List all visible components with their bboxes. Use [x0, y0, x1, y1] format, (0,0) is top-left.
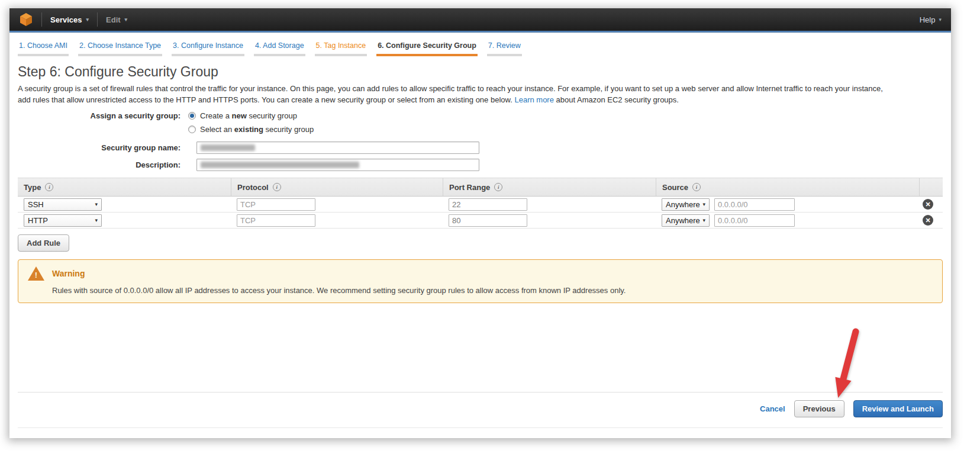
info-icon[interactable]: i [494, 183, 502, 191]
tab-review[interactable]: 7. Review [487, 37, 522, 56]
assign-security-group-label: Assign a security group: [18, 111, 188, 120]
nav-edit-menu[interactable]: Edit ▾ [106, 15, 127, 24]
cancel-link[interactable]: Cancel [760, 404, 785, 413]
chevron-down-icon: ▾ [125, 17, 128, 22]
column-header-port-range: Port Range i [443, 178, 656, 196]
info-icon[interactable]: i [273, 183, 281, 191]
security-group-form: Assign a security group: Create a new se… [18, 111, 943, 171]
learn-more-link[interactable]: Learn more [514, 95, 553, 104]
nav-divider [97, 12, 98, 27]
security-group-name-label: Security group name: [18, 143, 188, 152]
rule-port-input[interactable] [449, 214, 527, 227]
info-icon[interactable]: i [692, 183, 701, 191]
rule-protocol-input[interactable] [237, 214, 315, 227]
nav-accent-strip [9, 31, 951, 33]
nav-divider [41, 12, 42, 27]
rule-source-cidr-input[interactable] [714, 198, 795, 211]
wizard-steps: 1. Choose AMI 2. Choose Instance Type 3.… [18, 37, 943, 56]
tab-tag-instance[interactable]: 5. Tag Instance [315, 37, 368, 56]
radio-create-new-label: Create a new security group [200, 111, 297, 120]
column-header-type: Type i [18, 178, 231, 196]
radio-select-existing-group[interactable] [188, 126, 196, 133]
console-window: Services ▾ Edit ▾ Help ▾ 1. Choose AMI 2… [9, 8, 951, 438]
chevron-down-icon: ▾ [86, 17, 89, 22]
tab-add-storage[interactable]: 4. Add Storage [254, 37, 305, 56]
rule-type-select[interactable]: SSH ▾ [24, 198, 102, 211]
warning-title: Warning [52, 269, 85, 278]
footer-actions: Cancel Previous Review and Launch [18, 393, 943, 417]
rule-protocol-input[interactable] [237, 198, 315, 211]
table-header-row: Type i Protocol i Port Range i Source i [18, 178, 943, 197]
add-rule-button[interactable]: Add Rule [18, 234, 69, 252]
rule-type-select[interactable]: HTTP ▾ [24, 214, 102, 227]
description-text-after: about Amazon EC2 security groups. [556, 95, 679, 104]
info-icon[interactable]: i [45, 183, 53, 191]
chevron-down-icon: ▾ [702, 201, 705, 207]
nav-help-label: Help [920, 15, 936, 24]
chevron-down-icon: ▾ [95, 201, 98, 207]
tab-choose-ami[interactable]: 1. Choose AMI [18, 37, 69, 56]
review-and-launch-button[interactable]: Review and Launch [853, 400, 943, 417]
security-group-name-input[interactable] [196, 141, 479, 154]
radio-create-new-group[interactable] [188, 112, 196, 120]
nav-help-menu[interactable]: Help ▾ [920, 15, 942, 24]
bottom-divider [18, 427, 943, 428]
chevron-down-icon: ▾ [702, 217, 705, 223]
radio-select-existing-label: Select an existing security group [200, 125, 314, 134]
previous-button[interactable]: Previous [794, 400, 844, 417]
rule-row-ssh: SSH ▾ Anywhere ▾ ✕ [18, 197, 943, 213]
security-rules-table: Type i Protocol i Port Range i Source i [18, 178, 943, 229]
nav-edit-label: Edit [106, 15, 121, 24]
warning-text: Rules with source of 0.0.0.0/0 allow all… [52, 286, 933, 295]
rule-source-select[interactable]: Anywhere ▾ [662, 198, 710, 211]
redacted-value [201, 144, 255, 151]
redacted-value [201, 162, 359, 168]
tab-configure-security-group[interactable]: 6. Configure Security Group [376, 37, 478, 56]
description-text: A security group is a set of firewall ru… [18, 84, 883, 104]
tab-configure-instance[interactable]: 3. Configure Instance [172, 37, 244, 56]
column-header-protocol: Protocol i [231, 178, 443, 196]
warning-triangle-icon: ! [28, 266, 44, 281]
description-label: Description: [18, 160, 188, 169]
aws-logo-icon[interactable] [19, 12, 33, 27]
rule-port-input[interactable] [449, 198, 527, 211]
column-header-actions [919, 178, 943, 196]
annotation-arrow [825, 324, 868, 403]
top-nav: Services ▾ Edit ▾ Help ▾ [9, 8, 951, 31]
tab-choose-instance-type[interactable]: 2. Choose Instance Type [78, 37, 162, 56]
page-title: Step 6: Configure Security Group [18, 64, 943, 80]
delete-rule-icon[interactable]: ✕ [923, 215, 933, 226]
description-input[interactable] [196, 159, 479, 171]
page-description: A security group is a set of firewall ru… [18, 83, 885, 105]
warning-banner: ! Warning Rules with source of 0.0.0.0/0… [18, 259, 943, 303]
rule-source-select[interactable]: Anywhere ▾ [662, 214, 710, 227]
nav-services-label: Services [50, 15, 82, 24]
nav-services-menu[interactable]: Services ▾ [50, 15, 89, 24]
rule-row-http: HTTP ▾ Anywhere ▾ ✕ [18, 213, 943, 229]
column-header-source: Source i [656, 178, 919, 196]
delete-rule-icon[interactable]: ✕ [923, 199, 933, 210]
chevron-down-icon: ▾ [95, 217, 98, 223]
rule-source-cidr-input[interactable] [714, 214, 795, 227]
chevron-down-icon: ▾ [939, 17, 942, 22]
